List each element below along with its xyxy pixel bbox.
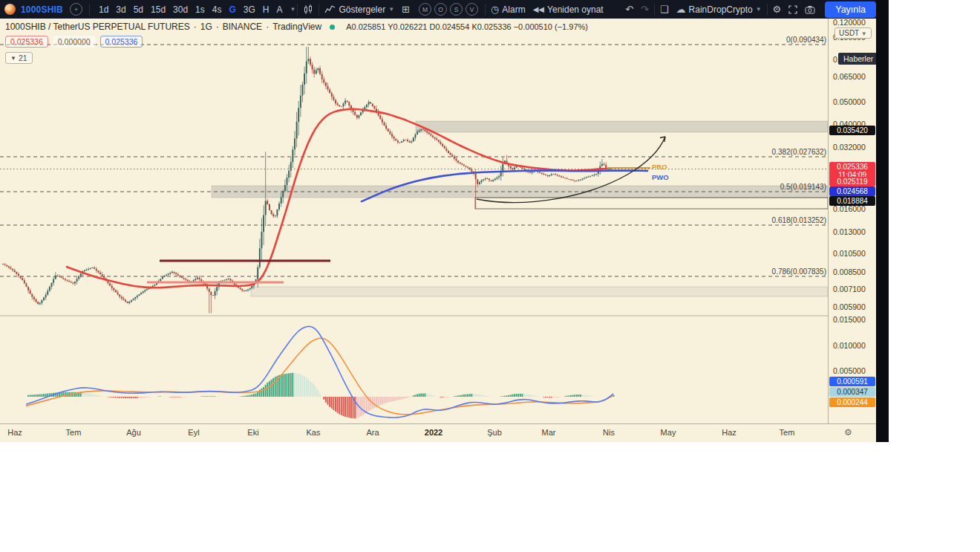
legend-symbol-title[interactable]: 1000SHIB / TetherUS PERPETUAL FUTURES xyxy=(5,22,190,32)
price-tag: 0.018884 xyxy=(829,196,875,206)
compare-add-icon[interactable]: ＋ xyxy=(70,3,82,16)
quick-indicator-m[interactable]: M xyxy=(419,3,431,16)
fib-level-label: 0.5(0.019143) xyxy=(780,183,826,191)
quick-indicator-o[interactable]: O xyxy=(434,3,447,16)
timeframe-3G[interactable]: 3G xyxy=(241,3,258,16)
indicators-icon xyxy=(324,4,336,14)
chart-legend: 1000SHIB / TetherUS PERPETUAL FUTURES · … xyxy=(5,22,588,64)
price-tag: 0.000347 xyxy=(829,387,875,397)
separator xyxy=(485,4,486,16)
top-toolbar: 1000SHIB ＋ 1d3d5d15d30d1s4sG3GHA ▼ Göste… xyxy=(0,0,876,19)
quick-indicator-group: MOSV xyxy=(414,0,483,19)
ma-line-label[interactable]: PWO xyxy=(652,173,669,181)
price-tag: 0.024568 xyxy=(829,186,875,196)
legend-value-box-1: 0.000000 xyxy=(53,36,96,48)
undo-icon: ↶ xyxy=(625,4,633,14)
layout-select-button[interactable]: ❑ xyxy=(656,3,673,16)
legend-sep: · xyxy=(216,22,219,32)
quick-indicator-v[interactable]: V xyxy=(466,3,478,16)
layout-square-icon: ❑ xyxy=(660,4,669,14)
price-tick: 0.013000 xyxy=(833,227,866,236)
rewind-icon: ◀◀ xyxy=(533,6,544,13)
account-menu[interactable]: ☁ RainDropCrypto ▼ xyxy=(673,3,765,16)
price-tick: 0.005000 xyxy=(833,366,866,375)
legend-sep: · xyxy=(194,22,197,32)
legend-brand: TradingView xyxy=(272,22,321,32)
symbol-button[interactable]: 1000SHIB xyxy=(21,4,63,15)
chevron-down-icon: ▼ xyxy=(10,55,16,62)
chart-style-button[interactable] xyxy=(299,3,317,16)
camera-icon xyxy=(805,5,815,14)
currency-toggle[interactable]: USDT ▼ xyxy=(834,27,872,39)
timeframe-chevron-icon[interactable]: ▼ xyxy=(290,6,296,13)
chart-area[interactable]: 1000SHIB / TetherUS PERPETUAL FUTURES · … xyxy=(0,19,876,442)
publish-button[interactable]: Yayınla xyxy=(825,1,876,18)
fib-level-label: 0.786(0.007835) xyxy=(772,267,826,276)
fullscreen-button[interactable] xyxy=(785,4,801,16)
timeframe-15d[interactable]: 15d xyxy=(148,3,169,16)
price-tick: 0.007100 xyxy=(833,285,866,293)
redo-icon: ↷ xyxy=(641,4,649,14)
collapsed-indicators-toggle[interactable]: ▼ 21 xyxy=(5,52,33,64)
price-tick: 0.008500 xyxy=(833,267,866,276)
price-tick: 0.120000 xyxy=(833,19,866,27)
time-label: Tem xyxy=(780,428,795,437)
time-axis[interactable]: HazTemAğuEylEkiKasAra2022ŞubMarNisMayHaz… xyxy=(0,423,876,442)
quick-indicator-s[interactable]: S xyxy=(450,3,463,16)
timeframe-A[interactable]: A xyxy=(274,3,286,16)
timeframe-G[interactable]: G xyxy=(226,3,238,16)
timeframe-H[interactable]: H xyxy=(260,3,272,16)
redo-button[interactable]: ↷ xyxy=(637,3,653,16)
timeframe-1s[interactable]: 1s xyxy=(192,3,208,16)
price-tick: 0.065000 xyxy=(833,72,866,81)
price-tick: 0.050000 xyxy=(833,97,866,106)
legend-value-box-2: 0.025336 xyxy=(100,36,143,48)
right-sidebar-collapsed[interactable] xyxy=(876,0,889,442)
timeframe-30d[interactable]: 30d xyxy=(170,3,191,16)
fullscreen-icon xyxy=(788,5,797,14)
time-label: Ağu xyxy=(126,428,141,437)
symbol-logo-icon xyxy=(4,4,16,15)
tradingview-app: { "toolbar": { "symbol": "1000SHIB", "ti… xyxy=(0,0,980,552)
time-label: Nis xyxy=(603,428,615,437)
ma-line-label[interactable]: PRO xyxy=(652,163,667,171)
separator xyxy=(654,4,655,16)
legend-ohlc-values: A0.025851 Y0.026221 D0.024554 K0.025336 … xyxy=(346,22,588,31)
legend-interval[interactable]: 1G xyxy=(200,22,212,32)
alarm-button[interactable]: ◷ Alarm xyxy=(487,3,529,16)
price-tag: 0.035420 xyxy=(829,126,875,135)
timeframe-1d[interactable]: 1d xyxy=(96,3,111,16)
grid-layout-icon: ⊞ xyxy=(402,4,410,14)
account-chevron-icon: ▼ xyxy=(756,6,762,13)
gear-icon: ⚙ xyxy=(773,4,782,14)
price-tick: 0.010500 xyxy=(833,249,866,258)
separator xyxy=(767,4,768,16)
indicators-button[interactable]: Göstergeler ▼ xyxy=(321,3,398,16)
time-label: Ara xyxy=(366,428,379,437)
replay-button[interactable]: ◀◀ Yeniden oynat xyxy=(529,3,607,16)
separator xyxy=(318,4,319,16)
price-tick: 0.010000 xyxy=(833,341,866,350)
cloud-icon: ☁ xyxy=(676,4,686,14)
time-axis-gear-icon[interactable]: ⚙ xyxy=(844,427,852,438)
price-tick: 0.005900 xyxy=(833,302,866,311)
timeframe-5d[interactable]: 5d xyxy=(131,3,146,16)
indicators-chevron-icon: ▼ xyxy=(388,6,394,13)
price-tick: 0.032000 xyxy=(833,143,866,152)
chart-canvas[interactable] xyxy=(0,19,876,423)
supply-demand-zone xyxy=(251,287,828,296)
snapshot-button[interactable] xyxy=(801,4,819,16)
undo-button[interactable]: ↶ xyxy=(621,3,637,16)
time-label: Eki xyxy=(247,428,258,437)
price-tag: 0.025119 xyxy=(829,177,875,186)
timeframe-4s[interactable]: 4s xyxy=(209,3,225,16)
timeframe-3d[interactable]: 3d xyxy=(113,3,128,16)
timeframe-group: 1d3d5d15d30d1s4sG3GHA xyxy=(91,0,290,19)
price-axis[interactable]: USDT ▼ 0.1200000.1000000.0800000.0650000… xyxy=(828,19,876,423)
separator xyxy=(89,4,90,16)
time-label: Eyl xyxy=(188,428,199,437)
indicator-templates-button[interactable]: ⊞ xyxy=(398,3,414,16)
time-label: Kas xyxy=(307,428,321,437)
settings-button[interactable]: ⚙ xyxy=(769,3,785,16)
candlestick-icon xyxy=(303,4,313,15)
